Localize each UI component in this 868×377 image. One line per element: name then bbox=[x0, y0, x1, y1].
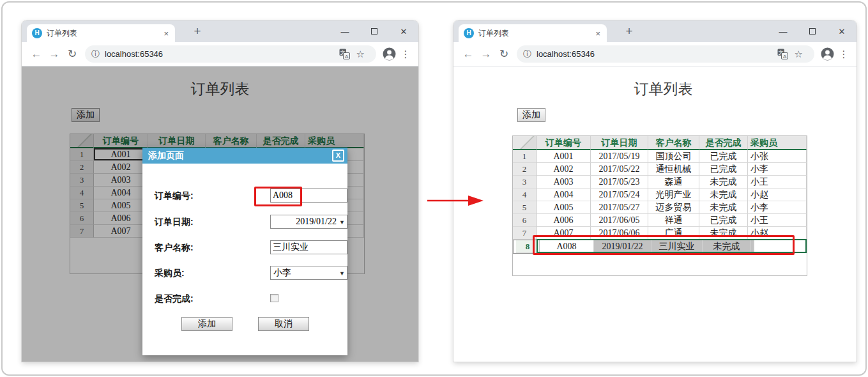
column-header[interactable]: 客户名称 bbox=[648, 136, 699, 150]
table-cell[interactable]: 2017/05/19 bbox=[591, 150, 648, 163]
site-info-icon[interactable]: ⓘ bbox=[523, 49, 531, 60]
table-cell[interactable]: 小王 bbox=[748, 176, 807, 188]
table-cell[interactable]: 2017/05/24 bbox=[591, 188, 648, 201]
chrome-menu-icon[interactable]: ⋮ bbox=[399, 49, 413, 60]
profile-avatar-icon[interactable] bbox=[383, 47, 396, 61]
dialog-close-button[interactable]: X bbox=[332, 150, 344, 162]
table-cell[interactable]: 森通 bbox=[648, 176, 699, 188]
table-cell[interactable]: 2019/01/22 bbox=[594, 240, 651, 253]
table-cell[interactable]: A008 bbox=[540, 240, 594, 253]
url-bar[interactable]: ⓘ localhost:65346 文 A ☆ bbox=[85, 45, 376, 63]
maximize-button[interactable] bbox=[360, 27, 389, 36]
table-cell[interactable]: 已完成 bbox=[699, 150, 748, 163]
row-number[interactable]: 7 bbox=[513, 227, 537, 240]
table-cell[interactable]: 已完成 bbox=[699, 163, 748, 176]
table-cell[interactable]: 小赵 bbox=[748, 188, 807, 201]
order-date-select[interactable]: 2019/01/22 ▼ bbox=[270, 215, 347, 229]
column-header[interactable]: 订单日期 bbox=[591, 136, 648, 150]
table-cell[interactable]: 未完成 bbox=[699, 176, 748, 188]
back-button[interactable]: ← bbox=[459, 48, 477, 61]
table-cell[interactable]: 迈多贸易 bbox=[648, 201, 699, 214]
table-cell[interactable]: 广通 bbox=[648, 227, 699, 240]
tab-close-icon[interactable]: × bbox=[594, 29, 602, 38]
forward-button[interactable]: → bbox=[477, 48, 495, 61]
table-cell[interactable]: 三川实业 bbox=[651, 240, 703, 253]
column-header[interactable]: 是否完成 bbox=[699, 136, 748, 150]
table-cell[interactable]: 光明产业 bbox=[648, 188, 699, 201]
order-id-input[interactable] bbox=[270, 188, 347, 203]
table-cell[interactable]: 未完成 bbox=[703, 240, 751, 253]
table-cell[interactable]: 2017/05/22 bbox=[591, 163, 648, 176]
reload-button[interactable]: ↻ bbox=[63, 47, 81, 61]
table-row: 8A0082019/01/22三川实业未完成小李 bbox=[513, 240, 590, 254]
close-window-button[interactable]: ✕ bbox=[389, 27, 418, 36]
table-cell[interactable]: A003 bbox=[537, 176, 591, 188]
row-number[interactable]: 8 bbox=[516, 240, 540, 253]
address-toolbar: ← → ↻ ⓘ localhost:65346 文 A ☆ ⋮ bbox=[22, 42, 418, 66]
table-cell[interactable]: A002 bbox=[537, 163, 591, 176]
table-cell[interactable]: A001 bbox=[537, 150, 591, 163]
table-cell[interactable]: A007 bbox=[537, 227, 591, 240]
customer-name-input[interactable] bbox=[270, 240, 347, 254]
column-header[interactable]: 采购员 bbox=[748, 136, 807, 150]
table-cell[interactable]: 未完成 bbox=[699, 188, 748, 201]
minimize-button[interactable]: — bbox=[768, 27, 798, 36]
table-cell[interactable]: 未完成 bbox=[699, 201, 748, 214]
maximize-button[interactable] bbox=[798, 27, 827, 36]
url-text[interactable]: localhost:65346 bbox=[537, 49, 775, 59]
dialog-cancel-button[interactable]: 取消 bbox=[258, 317, 309, 331]
translate-icon[interactable]: 文 A bbox=[777, 49, 788, 59]
table-cell[interactable]: 2017/05/23 bbox=[591, 176, 648, 188]
row-number[interactable]: 4 bbox=[513, 188, 537, 201]
dialog-add-button[interactable]: 添加 bbox=[181, 317, 232, 331]
bookmark-star-icon[interactable]: ☆ bbox=[356, 49, 365, 60]
back-button[interactable]: ← bbox=[27, 48, 45, 61]
table-cell[interactable]: 小李 bbox=[751, 240, 754, 253]
row-number[interactable]: 5 bbox=[513, 201, 537, 214]
complete-checkbox[interactable] bbox=[270, 294, 278, 302]
bookmark-star-icon[interactable]: ☆ bbox=[795, 49, 803, 60]
column-header[interactable]: 订单编号 bbox=[537, 136, 591, 150]
forward-button[interactable]: → bbox=[45, 48, 63, 61]
select-all-corner[interactable] bbox=[513, 136, 537, 150]
table-cell[interactable]: 2017/05/27 bbox=[591, 201, 648, 214]
table-cell[interactable]: 祥通 bbox=[648, 214, 699, 227]
url-bar[interactable]: ⓘ localhost:65346 文 A ☆ bbox=[517, 45, 814, 63]
tab-close-icon[interactable]: × bbox=[162, 29, 170, 38]
table-cell[interactable]: 小赵 bbox=[748, 227, 807, 240]
chrome-menu-icon[interactable]: ⋮ bbox=[837, 49, 851, 60]
table-cell[interactable]: 通恒机械 bbox=[648, 163, 699, 176]
window-controls: — ✕ bbox=[330, 20, 418, 42]
table-cell[interactable]: A004 bbox=[537, 188, 591, 201]
translate-icon[interactable]: 文 A bbox=[339, 49, 350, 59]
new-tab-button[interactable]: + bbox=[189, 23, 206, 40]
row-number[interactable]: 2 bbox=[513, 163, 537, 176]
row-number[interactable]: 1 bbox=[513, 150, 537, 163]
reload-button[interactable]: ↻ bbox=[495, 47, 513, 61]
table-cell[interactable]: 国顶公司 bbox=[648, 150, 699, 163]
table-cell[interactable]: 2017/06/05 bbox=[591, 214, 648, 227]
dialog-title-bar[interactable]: 添加页面 X bbox=[142, 148, 347, 164]
close-window-button[interactable]: ✕ bbox=[827, 27, 857, 36]
row-number[interactable]: 3 bbox=[513, 176, 537, 188]
new-tab-button[interactable]: + bbox=[621, 23, 637, 40]
table-cell[interactable]: 2017/06/06 bbox=[591, 227, 648, 240]
minimize-button[interactable]: — bbox=[330, 27, 360, 36]
browser-tab[interactable]: H 订单列表 × bbox=[459, 24, 607, 42]
table-cell[interactable]: 小王 bbox=[748, 214, 807, 227]
table-row: 6A0062017/06/05祥通已完成小王 bbox=[513, 214, 807, 227]
table-cell[interactable]: 已完成 bbox=[699, 214, 748, 227]
table-cell[interactable]: 未完成 bbox=[699, 227, 748, 240]
table-cell[interactable]: A006 bbox=[537, 214, 591, 227]
table-cell[interactable]: 小李 bbox=[748, 201, 807, 214]
profile-avatar-icon[interactable] bbox=[821, 47, 834, 61]
table-cell[interactable]: 小张 bbox=[748, 150, 807, 163]
row-number[interactable]: 6 bbox=[513, 214, 537, 227]
purchaser-select[interactable]: 小李 ▼ bbox=[270, 266, 347, 280]
site-info-icon[interactable]: ⓘ bbox=[91, 49, 100, 60]
table-cell[interactable]: 小李 bbox=[748, 163, 807, 176]
url-text[interactable]: localhost:65346 bbox=[105, 49, 337, 59]
browser-tab[interactable]: H 订单列表 × bbox=[27, 24, 175, 42]
add-button[interactable]: 添加 bbox=[517, 108, 545, 122]
table-cell[interactable]: A005 bbox=[537, 201, 591, 214]
